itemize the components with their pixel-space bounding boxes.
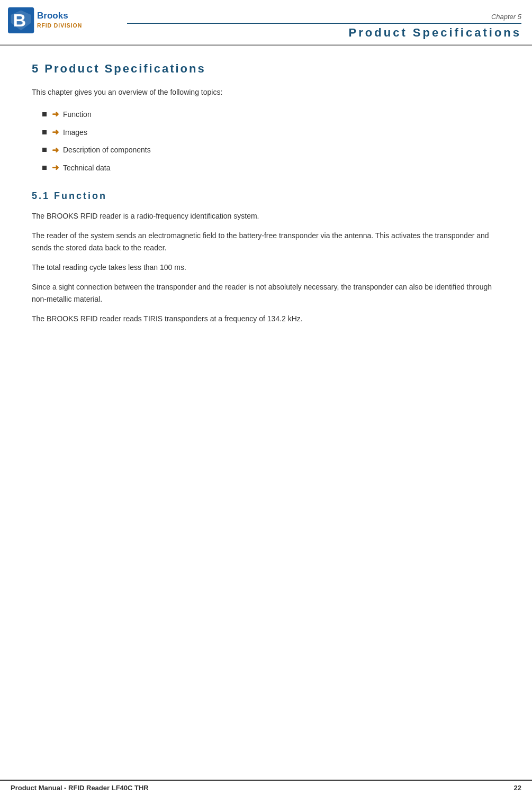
bullet-icon: [42, 166, 47, 170]
brooks-logo: B Brooks RFID DIVISION: [8, 5, 103, 34]
arrow-icon: ➜: [52, 125, 59, 139]
body-paragraph-2: The reader of the system sends an electr…: [32, 230, 500, 254]
footer-page-number: 22: [514, 784, 521, 792]
footer-left-text: Product Manual - RFID Reader LF40C THR: [11, 784, 149, 792]
list-item: ➜ Technical data: [42, 161, 500, 175]
body-paragraph-5: The BROOKS RFID reader reads TIRIS trans…: [32, 313, 500, 325]
body-paragraph-4: Since a sight connection between the tra…: [32, 281, 500, 305]
page-header: B Brooks RFID DIVISION Chapter 5 Product…: [0, 0, 532, 45]
svg-text:B: B: [13, 10, 26, 30]
intro-paragraph: This chapter gives you an overview of th…: [32, 86, 500, 98]
list-item-label: Technical data: [63, 162, 111, 174]
bullet-icon: [42, 148, 47, 152]
arrow-icon: ➜: [52, 107, 59, 121]
body-paragraph-1: The BROOKS RFID reader is a radio-freque…: [32, 210, 500, 222]
header-right: Chapter 5 Product Specifications: [116, 0, 532, 40]
chapter-main-heading: 5 Product Specifications: [32, 62, 500, 76]
arrow-icon: ➜: [52, 161, 59, 175]
list-item-label: Description of components: [63, 144, 151, 156]
page-footer: Product Manual - RFID Reader LF40C THR 2…: [0, 780, 532, 795]
arrow-icon: ➜: [52, 143, 59, 157]
list-item-label: Images: [63, 127, 87, 138]
list-item: ➜ Images: [42, 125, 500, 139]
chapter-title-header: Product Specifications: [127, 23, 521, 40]
svg-text:RFID DIVISION: RFID DIVISION: [37, 23, 82, 29]
list-item-label: Function: [63, 109, 92, 120]
bullet-icon: [42, 112, 47, 116]
section-51-heading: 5.1 Function: [32, 191, 500, 202]
logo-area: B Brooks RFID DIVISION: [0, 0, 116, 40]
svg-text:Brooks: Brooks: [37, 11, 68, 21]
chapter-label: Chapter 5: [127, 13, 521, 21]
main-content: 5 Product Specifications This chapter gi…: [0, 46, 532, 354]
topics-list: ➜ Function ➜ Images ➜ Description of com…: [42, 107, 500, 174]
list-item: ➜ Function: [42, 107, 500, 121]
list-item: ➜ Description of components: [42, 143, 500, 157]
bullet-icon: [42, 130, 47, 134]
body-paragraph-3: The total reading cycle takes less than …: [32, 261, 500, 274]
